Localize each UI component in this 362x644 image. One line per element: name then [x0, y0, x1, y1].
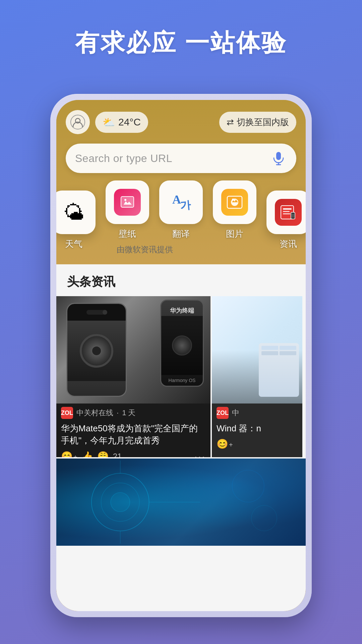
news-time-label: 1 天 — [122, 408, 135, 418]
phone-sim-2: 华为终端 Harmony OS — [160, 300, 204, 387]
circuit-bg-svg — [56, 459, 306, 546]
search-placeholder-text: Search or type URL — [75, 152, 265, 165]
wallpaper-icon — [114, 189, 141, 216]
news-bottom-card[interactable] — [56, 459, 306, 546]
news-section-header: 头条资讯 — [56, 264, 306, 296]
weather-chip[interactable]: ⛅ 24°C — [95, 112, 148, 133]
photo-icon — [221, 189, 248, 216]
news-card2-source-icon: ZOL — [217, 407, 229, 419]
svg-point-12 — [232, 199, 234, 201]
weather-cloud-icon: 🌤 — [63, 201, 84, 224]
svg-text:가: 가 — [179, 199, 191, 212]
news-card2-title: Wind 器：n — [212, 420, 302, 437]
svg-rect-16 — [283, 211, 290, 212]
news-app-label: 资讯 — [280, 238, 297, 250]
news-card-main[interactable]: 华为终端 Harmony OS ZOL 中关村在线 · 1 天 — [56, 296, 210, 457]
quick-app-weather[interactable]: 🌤 天气 — [56, 191, 96, 250]
news-card2-meta: ZOL 中 — [212, 404, 302, 420]
reaction-count: 21 — [113, 452, 122, 457]
card2-reaction-button[interactable]: 😊+ — [217, 438, 233, 449]
temperature-label: 24°C — [118, 116, 141, 128]
add-reaction-button[interactable]: 😊+ — [61, 451, 77, 457]
huawei-terminal-text: 华为终端 — [170, 301, 194, 316]
switch-icon: ⇄ — [227, 117, 234, 127]
news-card-image: 华为终端 Harmony OS — [56, 296, 210, 404]
switch-region-button[interactable]: ⇄ 切换至国内版 — [219, 112, 296, 133]
quick-app-news[interactable]: 资讯 — [266, 191, 306, 250]
news-card2-actions: 😊+ — [212, 437, 302, 452]
weather-app-label: 天气 — [65, 238, 82, 250]
building-sim — [259, 343, 299, 397]
svg-rect-17 — [283, 213, 290, 214]
svg-rect-1 — [276, 152, 281, 160]
phone-frame: ⛅ 24°C ⇄ 切换至国内版 Search or type URL — [50, 94, 312, 617]
news-actions-bar: 😊+ 👍 😤 21 ··· — [56, 449, 210, 457]
powered-by-text: 由微软资讯提供 — [117, 244, 173, 255]
svg-rect-19 — [292, 214, 294, 218]
weather-emoji-icon: ⛅ — [103, 116, 115, 128]
news-app-icon-box — [266, 191, 306, 234]
news-source-name: 中关村在线 — [76, 408, 113, 418]
news-card-title: 华为Mate50将成为首款"完全国产的手机"，今年九月完成首秀 — [56, 420, 210, 449]
svg-point-22 — [111, 492, 130, 512]
quick-apps-row: 🌤 天气 壁纸 — [56, 180, 306, 250]
news-card-secondary[interactable]: ZOL 中 Wind 器：n 😊+ — [212, 296, 302, 457]
translate-icon: A 가 — [168, 189, 194, 216]
avatar-button[interactable] — [66, 110, 90, 134]
user-avatar-icon — [70, 115, 85, 129]
harmony-os-text: Harmony OS — [169, 375, 196, 386]
news-card2-image — [212, 296, 302, 404]
thumbs-up-emoji[interactable]: 👍 — [81, 451, 93, 457]
translate-app-label: 翻译 — [172, 228, 190, 240]
quick-app-photo[interactable]: 图片 — [213, 180, 256, 240]
wallpaper-app-icon-box — [106, 180, 149, 224]
news-cards-row: 华为终端 Harmony OS ZOL 中关村在线 · 1 天 — [56, 296, 306, 457]
news-section: 头条资讯 — [56, 264, 306, 611]
svg-rect-15 — [283, 208, 292, 210]
svg-point-26 — [232, 470, 264, 502]
translate-app-icon-box: A 가 — [159, 180, 203, 224]
news-card-meta: ZOL 中关村在线 · 1 天 — [56, 404, 210, 420]
angry-emoji[interactable]: 😤 — [97, 451, 109, 457]
switch-label: 切换至国内版 — [237, 116, 289, 128]
svg-point-27 — [251, 505, 277, 531]
weather-app-icon-box: 🌤 — [56, 191, 96, 234]
news-source-icon: ZOL — [61, 407, 73, 419]
news-time: · — [117, 409, 119, 417]
wallpaper-app-label: 壁纸 — [119, 228, 136, 240]
more-options-button[interactable]: ··· — [194, 451, 206, 457]
search-bar[interactable]: Search or type URL — [66, 144, 296, 173]
top-bar: ⛅ 24°C ⇄ 切换至国内版 — [66, 110, 296, 134]
news-icon — [275, 199, 302, 226]
news-card2-source: 中 — [232, 408, 239, 418]
mic-icon[interactable] — [270, 150, 287, 167]
phone-sim-1 — [66, 303, 127, 397]
quick-app-translate[interactable]: A 가 翻译 — [159, 180, 203, 240]
quick-app-wallpaper[interactable]: 壁纸 — [106, 180, 149, 240]
svg-point-6 — [124, 199, 126, 201]
photo-app-label: 图片 — [226, 228, 243, 240]
photo-app-icon-box — [213, 180, 256, 224]
phone-inner: ⛅ 24°C ⇄ 切换至国内版 Search or type URL — [56, 100, 306, 611]
hero-title: 有求必应 一站体验 — [0, 27, 362, 59]
svg-rect-4 — [121, 197, 134, 207]
